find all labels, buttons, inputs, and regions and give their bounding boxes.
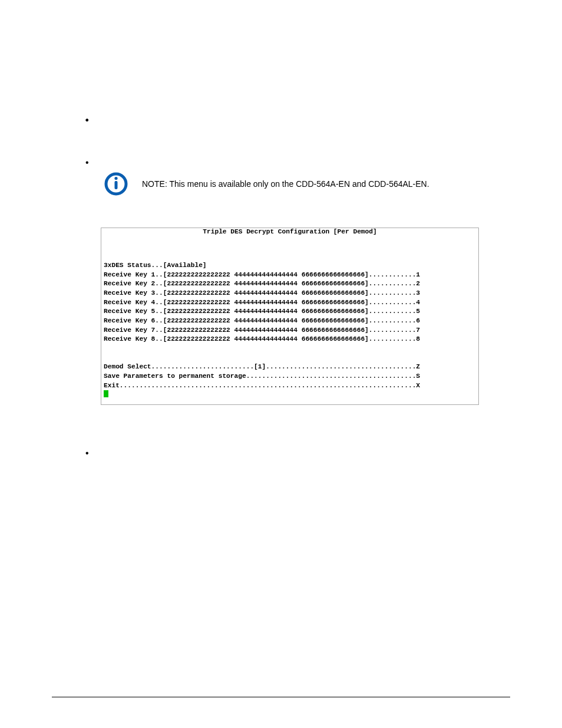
main-content: NOTE: This menu is available only on the… [85, 106, 497, 446]
terminal-key-line: Receive Key 4..[2222222222222222 4444444… [104, 299, 420, 306]
terminal-key-line: Receive Key 1..[2222222222222222 4444444… [104, 271, 420, 278]
terminal-footer-line: Exit....................................… [104, 382, 420, 389]
svg-rect-2 [115, 181, 118, 189]
terminal-key-line: Receive Key 8..[2222222222222222 4444444… [104, 335, 420, 342]
terminal-footer-line: Demod Select..........................[1… [104, 363, 420, 370]
info-icon [104, 172, 128, 196]
note-row: NOTE: This menu is available only on the… [85, 172, 497, 196]
terminal-cursor [104, 390, 108, 397]
terminal-status: 3xDES Status...[Available] [104, 262, 207, 269]
svg-point-1 [114, 177, 117, 180]
terminal-key-line: Receive Key 7..[2222222222222222 4444444… [104, 327, 420, 334]
terminal-key-line: Receive Key 2..[2222222222222222 4444444… [104, 280, 420, 287]
terminal-footer-line: Save Parameters to permanent storage....… [104, 373, 420, 380]
terminal-body: 3xDES Status...[Available] Receive Key 1… [101, 246, 478, 404]
terminal-title: Triple DES Decrypt Configuration [Per De… [101, 228, 478, 235]
note-text: NOTE: This menu is available only on the… [142, 179, 429, 189]
terminal-key-line: Receive Key 5..[2222222222222222 4444444… [104, 308, 420, 315]
terminal-key-line: Receive Key 3..[2222222222222222 4444444… [104, 289, 420, 297]
terminal-screenshot: Triple DES Decrypt Configuration [Per De… [101, 228, 479, 405]
page: NOTE: This menu is available only on the… [0, 0, 562, 728]
terminal-key-line: Receive Key 6..[2222222222222222 4444444… [104, 317, 420, 324]
footer-rule [52, 697, 510, 697]
